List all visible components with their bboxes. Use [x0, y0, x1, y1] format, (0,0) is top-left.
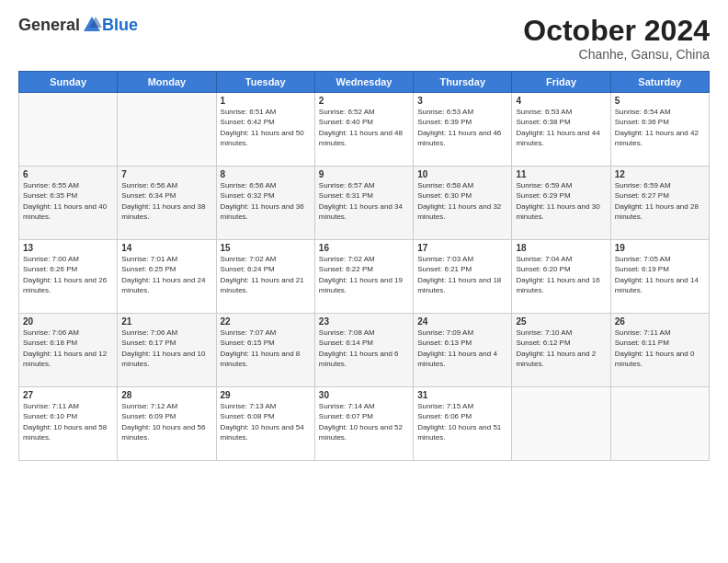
day-number: 24 [417, 316, 507, 327]
day-cell: 27 Sunrise: 7:11 AMSunset: 6:10 PMDaylig… [19, 387, 118, 461]
day-info: Sunrise: 7:12 AMSunset: 6:09 PMDaylight:… [121, 402, 205, 442]
day-cell: 1 Sunrise: 6:51 AMSunset: 6:42 PMDayligh… [216, 93, 314, 167]
day-number: 29 [221, 390, 311, 400]
day-number: 1 [221, 96, 311, 106]
day-info: Sunrise: 7:05 AMSunset: 6:19 PMDaylight:… [615, 255, 699, 294]
logo-blue-text: Blue [102, 16, 138, 35]
day-number: 20 [23, 316, 113, 327]
month-title: October 2024 [523, 15, 710, 47]
day-number: 27 [23, 390, 113, 400]
day-info: Sunrise: 6:56 AMSunset: 6:34 PMDaylight:… [121, 181, 205, 221]
calendar-body: 1 Sunrise: 6:51 AMSunset: 6:42 PMDayligh… [19, 93, 710, 461]
day-cell: 9 Sunrise: 6:57 AMSunset: 6:31 PMDayligh… [314, 167, 413, 240]
header-wednesday: Wednesday [314, 72, 413, 93]
header-friday: Friday [512, 72, 610, 93]
day-info: Sunrise: 7:14 AMSunset: 6:07 PMDaylight:… [319, 402, 403, 442]
day-cell: 7 Sunrise: 6:56 AMSunset: 6:34 PMDayligh… [118, 167, 216, 240]
day-number: 5 [615, 96, 705, 106]
day-info: Sunrise: 7:11 AMSunset: 6:10 PMDaylight:… [23, 402, 107, 442]
day-cell: 21 Sunrise: 7:06 AMSunset: 6:17 PMDaylig… [118, 314, 216, 387]
header-sunday: Sunday [19, 72, 118, 93]
day-info: Sunrise: 7:02 AMSunset: 6:22 PMDaylight:… [319, 255, 403, 294]
day-cell: 15 Sunrise: 7:02 AMSunset: 6:24 PMDaylig… [216, 240, 314, 314]
day-info: Sunrise: 7:06 AMSunset: 6:17 PMDaylight:… [121, 328, 205, 368]
day-cell: 5 Sunrise: 6:54 AMSunset: 6:36 PMDayligh… [610, 93, 709, 167]
day-number: 25 [516, 316, 606, 327]
day-cell: 8 Sunrise: 6:56 AMSunset: 6:32 PMDayligh… [216, 167, 314, 240]
day-cell: 31 Sunrise: 7:15 AMSunset: 6:06 PMDaylig… [414, 387, 512, 461]
day-cell: 19 Sunrise: 7:05 AMSunset: 6:19 PMDaylig… [610, 240, 709, 314]
day-info: Sunrise: 6:55 AMSunset: 6:35 PMDaylight:… [23, 181, 107, 221]
week-row-2: 6 Sunrise: 6:55 AMSunset: 6:35 PMDayligh… [19, 167, 710, 240]
logo-text: General Blue [18, 15, 138, 35]
day-number: 2 [319, 96, 409, 106]
day-cell: 16 Sunrise: 7:02 AMSunset: 6:22 PMDaylig… [314, 240, 413, 314]
header: General Blue October 2024 Chanhe, Gansu,… [18, 15, 710, 62]
title-area: October 2024 Chanhe, Gansu, China [523, 15, 710, 62]
day-info: Sunrise: 7:06 AMSunset: 6:18 PMDaylight:… [23, 328, 107, 368]
day-info: Sunrise: 7:03 AMSunset: 6:21 PMDaylight:… [417, 255, 501, 294]
day-number: 31 [417, 390, 507, 400]
day-info: Sunrise: 6:54 AMSunset: 6:36 PMDaylight:… [615, 108, 699, 147]
day-cell: 28 Sunrise: 7:12 AMSunset: 6:09 PMDaylig… [118, 387, 216, 461]
day-cell [19, 93, 118, 167]
day-cell: 11 Sunrise: 6:59 AMSunset: 6:29 PMDaylig… [512, 167, 610, 240]
day-cell: 10 Sunrise: 6:58 AMSunset: 6:30 PMDaylig… [414, 167, 512, 240]
day-number: 30 [319, 390, 409, 400]
day-info: Sunrise: 6:53 AMSunset: 6:38 PMDaylight:… [516, 108, 599, 147]
day-number: 16 [319, 243, 409, 253]
day-cell: 24 Sunrise: 7:09 AMSunset: 6:13 PMDaylig… [414, 314, 512, 387]
day-number: 4 [516, 96, 606, 106]
day-info: Sunrise: 6:57 AMSunset: 6:31 PMDaylight:… [319, 181, 403, 221]
header-monday: Monday [118, 72, 216, 93]
day-number: 18 [516, 243, 606, 253]
day-number: 21 [121, 316, 211, 327]
day-number: 9 [319, 169, 409, 179]
day-info: Sunrise: 6:59 AMSunset: 6:29 PMDaylight:… [516, 181, 599, 221]
day-cell: 30 Sunrise: 7:14 AMSunset: 6:07 PMDaylig… [314, 387, 413, 461]
header-saturday: Saturday [610, 72, 709, 93]
day-info: Sunrise: 7:13 AMSunset: 6:08 PMDaylight:… [221, 402, 304, 442]
day-cell: 14 Sunrise: 7:01 AMSunset: 6:25 PMDaylig… [118, 240, 216, 314]
day-cell [512, 387, 610, 461]
day-number: 26 [615, 316, 705, 327]
day-number: 14 [121, 243, 211, 253]
week-row-3: 13 Sunrise: 7:00 AMSunset: 6:26 PMDaylig… [19, 240, 710, 314]
calendar-table: Sunday Monday Tuesday Wednesday Thursday… [18, 71, 710, 461]
day-info: Sunrise: 7:15 AMSunset: 6:06 PMDaylight:… [417, 402, 501, 442]
day-info: Sunrise: 7:11 AMSunset: 6:11 PMDaylight:… [615, 328, 695, 368]
day-number: 28 [121, 390, 211, 400]
day-cell [610, 387, 709, 461]
day-number: 23 [319, 316, 409, 327]
day-info: Sunrise: 6:56 AMSunset: 6:32 PMDaylight:… [221, 181, 304, 221]
day-info: Sunrise: 6:58 AMSunset: 6:30 PMDaylight:… [417, 181, 501, 221]
day-number: 6 [23, 169, 113, 179]
day-info: Sunrise: 7:08 AMSunset: 6:14 PMDaylight:… [319, 328, 399, 368]
day-cell: 3 Sunrise: 6:53 AMSunset: 6:39 PMDayligh… [414, 93, 512, 167]
day-info: Sunrise: 7:02 AMSunset: 6:24 PMDaylight:… [221, 255, 304, 294]
day-number: 22 [221, 316, 311, 327]
day-info: Sunrise: 7:07 AMSunset: 6:15 PMDaylight:… [221, 328, 301, 368]
day-cell: 6 Sunrise: 6:55 AMSunset: 6:35 PMDayligh… [19, 167, 118, 240]
day-info: Sunrise: 6:59 AMSunset: 6:27 PMDaylight:… [615, 181, 699, 221]
week-row-5: 27 Sunrise: 7:11 AMSunset: 6:10 PMDaylig… [19, 387, 710, 461]
week-row-1: 1 Sunrise: 6:51 AMSunset: 6:42 PMDayligh… [19, 93, 710, 167]
day-number: 11 [516, 169, 606, 179]
day-cell: 12 Sunrise: 6:59 AMSunset: 6:27 PMDaylig… [610, 167, 709, 240]
day-cell: 4 Sunrise: 6:53 AMSunset: 6:38 PMDayligh… [512, 93, 610, 167]
day-number: 12 [615, 169, 705, 179]
day-number: 13 [23, 243, 113, 253]
day-info: Sunrise: 7:04 AMSunset: 6:20 PMDaylight:… [516, 255, 599, 294]
weekday-header-row: Sunday Monday Tuesday Wednesday Thursday… [19, 72, 710, 93]
day-cell: 29 Sunrise: 7:13 AMSunset: 6:08 PMDaylig… [216, 387, 314, 461]
day-number: 7 [121, 169, 211, 179]
location: Chanhe, Gansu, China [523, 47, 710, 62]
page: General Blue October 2024 Chanhe, Gansu,… [0, 0, 728, 563]
day-cell: 20 Sunrise: 7:06 AMSunset: 6:18 PMDaylig… [19, 314, 118, 387]
day-cell: 17 Sunrise: 7:03 AMSunset: 6:21 PMDaylig… [414, 240, 512, 314]
day-info: Sunrise: 7:10 AMSunset: 6:12 PMDaylight:… [516, 328, 596, 368]
day-number: 8 [221, 169, 311, 179]
day-cell: 13 Sunrise: 7:00 AMSunset: 6:26 PMDaylig… [19, 240, 118, 314]
day-cell: 2 Sunrise: 6:52 AMSunset: 6:40 PMDayligh… [314, 93, 413, 167]
day-number: 10 [417, 169, 507, 179]
